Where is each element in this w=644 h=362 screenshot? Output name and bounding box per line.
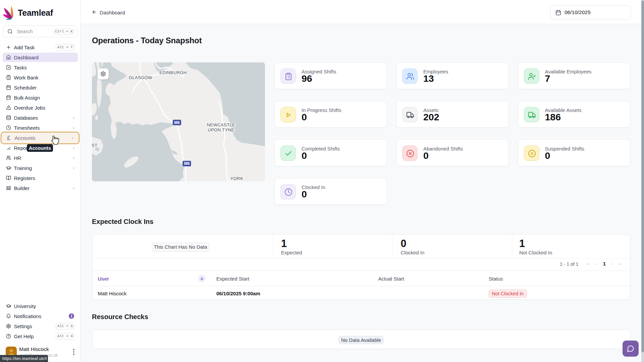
svg-text:ST: ST bbox=[92, 143, 98, 148]
svg-text:NEWCASTLE: NEWCASTLE bbox=[207, 122, 235, 127]
svg-text:EDINBURGH: EDINBURGH bbox=[159, 70, 187, 75]
svg-text:GLASGOW: GLASGOW bbox=[129, 75, 152, 80]
svg-text:M6: M6 bbox=[174, 120, 180, 125]
svg-text:M6: M6 bbox=[184, 161, 190, 166]
svg-text:UPON TYNE: UPON TYNE bbox=[208, 127, 234, 132]
svg-text:YORK: YORK bbox=[230, 176, 243, 181]
